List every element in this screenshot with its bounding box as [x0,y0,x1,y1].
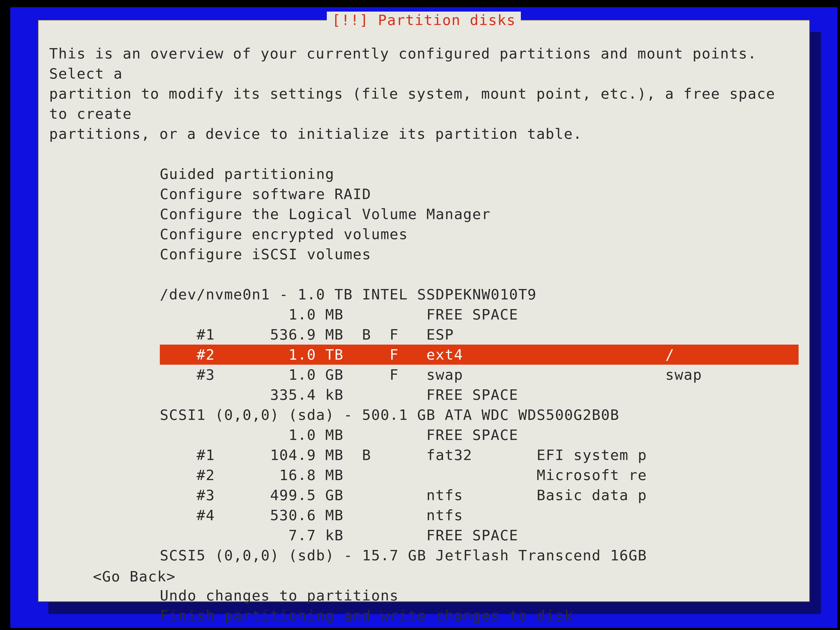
final-actions-block: Undo changes to partitions Finish partit… [49,586,799,625]
partition-row[interactable]: #1 104.9 MB B fat32 EFI system p [160,445,799,465]
partition-row[interactable]: #3 1.0 GB F swap swap [160,365,799,385]
desktop-background: [!!] Partition disks This is an overview… [10,7,837,628]
partition-row[interactable]: 7.7 kB FREE SPACE [160,525,799,545]
menu-configure-encrypted[interactable]: Configure encrypted volumes [160,224,799,244]
intro-text: This is an overview of your currently co… [49,44,799,144]
menu-configure-lvm[interactable]: Configure the Logical Volume Manager [160,204,799,224]
partition-row-selected[interactable]: #2 1.0 TB F ext4 / [160,344,799,365]
menu-configure-iscsi[interactable]: Configure iSCSI volumes [160,244,799,264]
config-actions-block: Guided partitioning Configure software R… [49,164,799,264]
partition-row[interactable]: #3 499.5 GB ntfs Basic data p [160,485,799,505]
menu-configure-raid[interactable]: Configure software RAID [160,184,799,204]
menu-undo-changes[interactable]: Undo changes to partitions [160,586,799,606]
partition-row[interactable]: #1 536.9 MB B F ESP [160,325,799,344]
partition-row[interactable]: #2 16.8 MB Microsoft re [160,465,799,485]
menu-finish-partitioning[interactable]: Finish partitioning and write changes to… [160,606,799,625]
dialog-title: [!!] Partition disks [327,11,521,28]
spacer [49,144,799,164]
disk-header[interactable]: /dev/nvme0n1 - 1.0 TB INTEL SSDPEKNW010T… [160,284,799,305]
spacer [49,264,799,284]
partition-row[interactable]: 1.0 MB FREE SPACE [160,425,799,445]
disk-header[interactable]: SCSI1 (0,0,0) (sda) - 500.1 GB ATA WDC W… [160,405,799,425]
go-back-button[interactable]: <Go Back> [93,567,175,586]
partition-row[interactable]: #4 530.6 MB ntfs [160,505,799,525]
dialog-panel: [!!] Partition disks This is an overview… [38,20,810,602]
dialog-content: This is an overview of your currently co… [49,44,799,591]
disk-header[interactable]: SCSI5 (0,0,0) (sdb) - 15.7 GB JetFlash T… [160,545,799,565]
menu-guided-partitioning[interactable]: Guided partitioning [160,164,799,184]
disk-list: /dev/nvme0n1 - 1.0 TB INTEL SSDPEKNW010T… [49,284,799,565]
partition-row[interactable]: 335.4 kB FREE SPACE [160,385,799,405]
partition-row[interactable]: 1.0 MB FREE SPACE [160,305,799,325]
